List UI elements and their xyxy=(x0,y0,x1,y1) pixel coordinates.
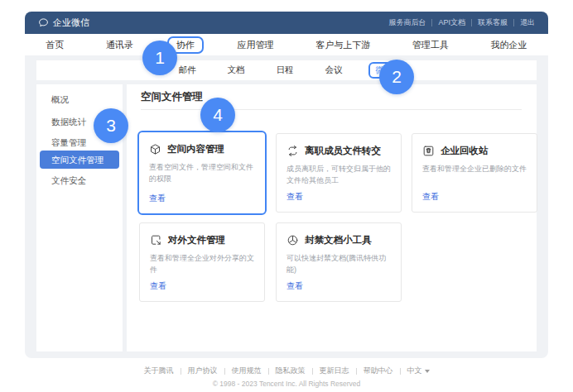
divider xyxy=(181,368,181,375)
ban-icon xyxy=(286,234,299,246)
sidebar-item-overview[interactable]: 概况 xyxy=(51,94,69,106)
card-title: 封禁文档小工具 xyxy=(305,234,372,246)
divider xyxy=(268,368,269,375)
divider xyxy=(224,368,225,375)
sidebar-item-statistics[interactable]: 数据统计 xyxy=(51,117,86,128)
step-badge-1: 1 xyxy=(142,41,177,75)
brand-logo-text: 企业微信 xyxy=(53,17,89,29)
view-link[interactable]: 查看 xyxy=(149,193,166,204)
view-link[interactable]: 查看 xyxy=(422,191,439,203)
card-description: 查看和管理全企业已删除的文件 xyxy=(422,164,527,175)
footer-link-changelog[interactable]: 更新日志 xyxy=(320,366,349,376)
divider xyxy=(356,368,357,375)
topbar-link-api-docs[interactable]: API文档 xyxy=(438,17,465,28)
card-description: 成员离职后，可转交归属于他的文件给其他员工 xyxy=(286,164,391,187)
divider xyxy=(312,368,313,375)
nav-tab-contacts[interactable]: 通讯录 xyxy=(98,37,142,53)
card-title: 对外文件管理 xyxy=(168,234,225,246)
nav-tab-home[interactable]: 首页 xyxy=(37,37,72,53)
page-title: 空间文件管理 xyxy=(141,90,203,104)
brand-logo[interactable]: 企业微信 xyxy=(38,17,89,29)
wework-admin-page: 企业微信 服务商后台 API文档 联系客服 退出 首页 通讯录 协作 应用管理 … xyxy=(0,0,573,392)
card-description: 可以快速封禁文档(腾讯特供功能) xyxy=(286,253,391,276)
step-badge-3: 3 xyxy=(94,108,128,143)
divider xyxy=(431,19,432,26)
card-title: 企业回收站 xyxy=(441,145,489,157)
recycle-bin-icon xyxy=(422,145,435,157)
card-title: 空间内容管理 xyxy=(167,143,224,155)
copyright-text: © 1998 - 2023 Tencent Inc. All Rights Re… xyxy=(0,380,573,388)
topbar-link-contact-support[interactable]: 联系客服 xyxy=(478,17,508,28)
step-badge-4: 4 xyxy=(200,98,235,132)
nav-tab-customers[interactable]: 客户与上下游 xyxy=(307,37,378,53)
primary-nav: 首页 通讯录 协作 应用管理 客户与上下游 管理工具 我的企业 xyxy=(25,34,548,55)
language-selector[interactable]: 中文 xyxy=(407,366,430,376)
language-label: 中文 xyxy=(407,366,422,375)
card-company-recycle-bin: 企业回收站 查看和管理全企业已删除的文件 查看 xyxy=(412,133,537,213)
nav-tab-app-management[interactable]: 应用管理 xyxy=(229,37,282,53)
footer-link-usage-rules[interactable]: 使用规范 xyxy=(232,366,262,376)
collaboration-subtabs: 邮件 文档 日程 会议 微盘 xyxy=(36,60,537,80)
subtab-docs[interactable]: 文档 xyxy=(222,64,251,77)
footer-link-about-tencent[interactable]: 关于腾讯 xyxy=(144,366,174,376)
nav-tab-admin-tools[interactable]: 管理工具 xyxy=(404,37,457,53)
footer-link-help-center[interactable]: 帮助中心 xyxy=(364,366,393,376)
page-footer: 关于腾讯 用户协议 使用规范 隐私政策 更新日志 帮助中心 中文 © 1998 … xyxy=(0,366,573,388)
step-badge-2: 2 xyxy=(379,60,414,94)
nav-tab-my-company[interactable]: 我的企业 xyxy=(483,37,536,53)
main-panel: 空间文件管理 空间内容管理 查看空间文件，管理空间和文件的权限 查看 xyxy=(127,84,537,351)
caret-down-icon xyxy=(425,370,430,373)
subtab-schedule[interactable]: 日程 xyxy=(271,64,300,77)
chat-bubble-icon xyxy=(38,17,49,28)
top-bar-links: 服务商后台 API文档 联系客服 退出 xyxy=(388,17,535,28)
topbar-link-service-provider[interactable]: 服务商后台 xyxy=(388,17,426,28)
cube-icon xyxy=(149,143,161,155)
transfer-icon xyxy=(286,145,299,157)
sidebar-item-space-file-management[interactable]: 空间文件管理 xyxy=(40,151,119,169)
subtab-meeting[interactable]: 会议 xyxy=(320,64,349,77)
card-external-file-management: 对外文件管理 查看和管理全企业对外分享的文件 查看 xyxy=(139,222,265,302)
view-link[interactable]: 查看 xyxy=(286,280,303,292)
footer-link-user-agreement[interactable]: 用户协议 xyxy=(188,366,218,376)
card-space-content-management: 空间内容管理 查看空间文件，管理空间和文件的权限 查看 xyxy=(137,131,267,215)
topbar-link-logout[interactable]: 退出 xyxy=(520,17,535,28)
view-link[interactable]: 查看 xyxy=(286,191,303,203)
card-description: 查看和管理全企业对外分享的文件 xyxy=(150,253,254,276)
sidebar-item-file-security[interactable]: 文件安全 xyxy=(51,175,86,187)
file-share-icon xyxy=(150,234,162,246)
sidebar-item-capacity[interactable]: 容量管理 xyxy=(51,137,86,149)
divider xyxy=(141,109,522,110)
footer-links: 关于腾讯 用户协议 使用规范 隐私政策 更新日志 帮助中心 中文 xyxy=(0,366,573,376)
footer-link-privacy-policy[interactable]: 隐私政策 xyxy=(276,366,306,376)
divider xyxy=(513,19,514,26)
card-departed-member-file-transfer: 离职成员文件转交 成员离职后，可转交归属于他的文件给其他员工 查看 xyxy=(276,133,402,213)
card-description: 查看空间文件，管理空间和文件的权限 xyxy=(149,162,255,185)
divider xyxy=(471,19,472,26)
top-bar: 企业微信 服务商后台 API文档 联系客服 退出 xyxy=(25,12,548,34)
view-link[interactable]: 查看 xyxy=(150,280,166,292)
card-title: 离职成员文件转交 xyxy=(305,145,381,157)
subtab-mail[interactable]: 邮件 xyxy=(173,64,202,77)
card-ban-document-tool: 封禁文档小工具 可以快速封禁文档(腾讯特供功能) 查看 xyxy=(276,222,402,302)
divider xyxy=(400,368,401,375)
